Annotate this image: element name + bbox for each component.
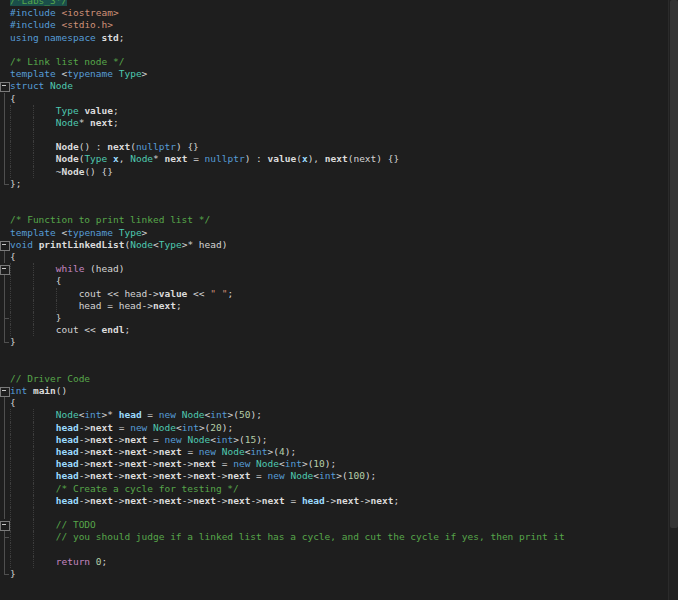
indent-guide [33,153,34,165]
code-token: #include [10,19,56,30]
code-line[interactable]: // you should judge if a linked list has… [0,531,678,543]
indent-guide [33,166,34,178]
code-editor[interactable]: /*Labs_3*/#include <iostream>#include <s… [0,0,678,600]
fold-guide [0,93,10,105]
code-line[interactable]: /* Create a cycle for testing */ [0,483,678,495]
code-line[interactable]: return 0; [0,556,678,568]
code-token: () {} [84,166,113,177]
code-line[interactable] [0,202,678,214]
code-token: new [130,422,147,433]
code-line[interactable]: head->next->next->next->next->next = new… [0,470,678,482]
code-token: next [159,470,182,481]
code-line[interactable] [0,507,678,519]
code-line[interactable]: /* Function to print linked list */ [0,214,678,226]
code-token: ); [250,409,261,420]
fold-marker-icon[interactable] [0,80,10,92]
indent-guide [33,117,34,129]
indent-guide [10,495,11,507]
code-line[interactable]: cout << endl; [0,324,678,336]
code-line[interactable]: #include <iostream> [0,7,678,19]
code-text: { [10,275,678,287]
code-line[interactable] [0,348,678,360]
code-line[interactable]: head->next->next->next->next = new Node<… [0,458,678,470]
code-line[interactable]: // TODO [0,519,678,531]
code-line[interactable]: cout << head->value << " "; [0,288,678,300]
code-line[interactable]: template <typename Type> [0,227,678,239]
code-line[interactable]: int main() [0,385,678,397]
code-token: = [216,458,233,469]
code-line[interactable]: Node() : next(nullptr) {} [0,141,678,153]
code-text: void printLinkedList(Node<Type>* head) [10,239,678,251]
code-line[interactable]: struct Node [0,80,678,92]
code-line[interactable] [0,190,678,202]
code-line[interactable] [0,44,678,56]
fold-guide [0,458,10,470]
code-token: -> [113,458,124,469]
code-lines: /*Labs_3*/#include <iostream>#include <s… [0,0,678,580]
code-token: nullptr [136,141,176,152]
code-token: namespace [44,32,95,43]
code-text: head->next = new Node<int>(20); [10,422,678,434]
code-token: next [124,446,147,457]
fold-marker-icon[interactable] [0,519,10,531]
code-token: ; [119,32,125,43]
code-token: -> [79,470,90,481]
code-line[interactable]: Node<int>* head = new Node<int>(50); [0,409,678,421]
code-token: 15 [245,434,256,445]
fold-marker-icon[interactable] [0,263,10,275]
code-line[interactable]: } [0,312,678,324]
indent-guide [33,312,34,324]
code-line[interactable]: { [0,93,678,105]
code-token: ; [393,495,399,506]
code-line[interactable]: Node* next; [0,117,678,129]
code-token: 100 [348,470,365,481]
code-token: -> [147,495,158,506]
code-text: #include <stdio.h> [10,19,678,31]
code-line[interactable]: template <typename Type> [0,68,678,80]
code-line[interactable] [0,543,678,555]
code-line[interactable]: { [0,251,678,263]
fold-marker-icon[interactable] [0,239,10,251]
code-token: Node [50,80,73,91]
code-line[interactable] [0,361,678,373]
code-line[interactable]: head->next->next->next->next->next->next… [0,495,678,507]
code-line[interactable] [0,129,678,141]
code-token: next [262,495,285,506]
indent-guide [33,483,34,495]
code-line[interactable]: { [0,275,678,287]
code-token: std [102,32,119,43]
indent-guide [33,458,34,470]
code-line[interactable]: head->next = new Node<int>(20); [0,422,678,434]
code-token: Type [84,153,107,164]
code-line[interactable]: } [0,568,678,580]
code-token: next [159,446,182,457]
code-token: = [142,409,159,420]
indent-guide [33,105,34,117]
code-line[interactable]: using namespace std; [0,32,678,44]
code-line[interactable]: head = head->next; [0,300,678,312]
fold-marker-icon[interactable] [0,385,10,397]
code-line[interactable]: head->next->next = new Node<int>(15); [0,434,678,446]
code-line[interactable]: Node(Type x, Node* next = nullptr) : val… [0,153,678,165]
scrollbar-thumb[interactable] [670,0,678,528]
code-line[interactable]: void printLinkedList(Node<Type>* head) [0,239,678,251]
vertical-scrollbar[interactable] [668,0,678,600]
code-line[interactable]: { [0,397,678,409]
code-line[interactable]: Type value; [0,105,678,117]
indent-guide [10,483,11,495]
indent-guide [10,543,11,555]
code-text: head->next->next->next->next->next->next… [10,495,678,507]
code-line[interactable]: #include <stdio.h> [0,19,678,31]
code-line[interactable]: }; [0,178,678,190]
code-line[interactable]: /*Labs_3*/ [0,0,678,7]
code-line[interactable]: while (head) [0,263,678,275]
code-line[interactable]: ~Node() {} [0,166,678,178]
code-token: next [90,470,113,481]
code-token: next [124,470,147,481]
code-line[interactable]: head->next->next->next = new Node<int>(4… [0,446,678,458]
code-line[interactable]: // Driver Code [0,373,678,385]
code-line[interactable]: } [0,336,678,348]
code-token: * [153,153,164,164]
code-line[interactable]: /* Link list node */ [0,56,678,68]
code-token: head [56,470,79,481]
